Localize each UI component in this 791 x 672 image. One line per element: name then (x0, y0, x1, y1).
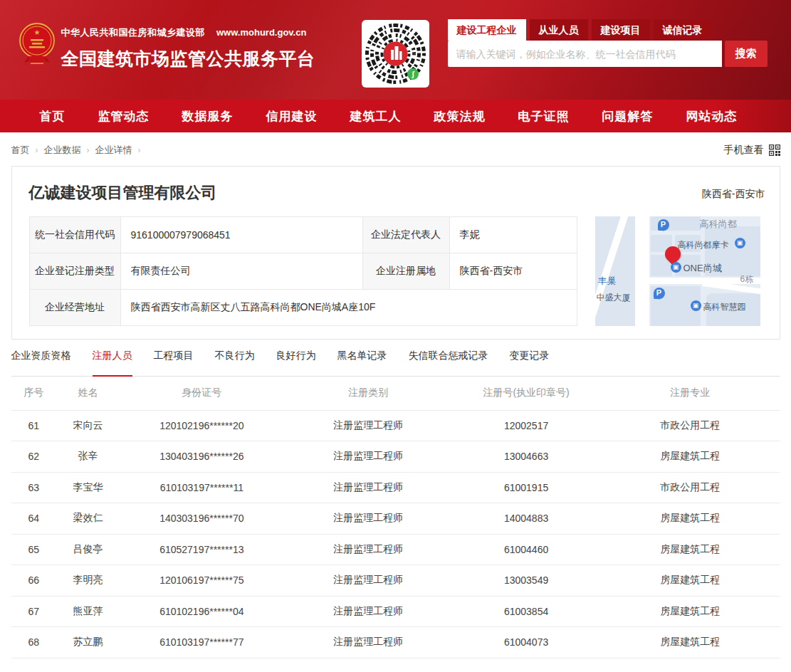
cell-reg-number: 61003854 (452, 596, 599, 627)
detail-tab[interactable]: 注册人员 (93, 350, 132, 376)
cell-reg-category: 注册监理工程师 (284, 503, 453, 535)
search-tabs: 建设工程企业从业人员建设项目诚信记录 (448, 19, 768, 41)
detail-tab[interactable]: 失信联合惩戒记录 (409, 350, 488, 376)
field-label: 企业注册属地 (362, 253, 449, 290)
svg-text:★: ★ (33, 28, 40, 36)
detail-tab[interactable]: 黑名单记录 (337, 350, 387, 376)
field-value: 陕西省西安市高新区丈八五路高科尚都ONE尚城A座10F (120, 290, 577, 326)
cell-name-link[interactable]: 李明亮 (56, 565, 120, 597)
map-label: 高科智慧园 (703, 301, 746, 313)
nav-item[interactable]: 首页 (40, 108, 66, 125)
cell-name-link[interactable]: 李宝华 (56, 472, 120, 503)
cell-id-number: 130403196******26 (120, 441, 284, 473)
cell-reg-major: 市政公用工程 (600, 472, 780, 503)
cell-id-number: 120106197******75 (120, 565, 284, 597)
breadcrumb: 首页› 企业数据› 企业详情› (11, 144, 147, 157)
header-qr-code: ʃ (362, 20, 429, 88)
field-label: 企业法定代表人 (362, 217, 449, 253)
nav-item[interactable]: 电子证照 (518, 108, 570, 125)
detail-tab[interactable]: 良好行为 (276, 350, 316, 376)
cell-name-link[interactable]: 梁效仁 (56, 503, 120, 535)
mobile-view[interactable]: 手机查看 (724, 144, 780, 157)
table-row: 65 吕俊亭 610527197******13 注册监理工程师 6100446… (11, 534, 780, 565)
search-input[interactable] (448, 41, 722, 67)
col-header: 姓名 (56, 377, 120, 410)
cell-reg-number: 61001915 (452, 472, 599, 503)
cell-reg-major: 房屋建筑工程 (600, 503, 780, 535)
company-info-table: 统一社会信用代码 916100007979068451 企业法定代表人 李妮 企… (29, 216, 577, 326)
nav-item[interactable]: 信用建设 (266, 108, 318, 125)
cell-reg-category: 注册监理工程师 (284, 565, 453, 597)
cell-seq: 61 (11, 410, 57, 441)
cell-id-number: 140303196******70 (120, 503, 284, 535)
table-row: 62 张辛 130403196******26 注册监理工程师 13004663… (11, 441, 780, 473)
cell-id-number: 610527197******13 (120, 534, 284, 565)
search-tab[interactable]: 从业人员 (530, 19, 588, 41)
detail-tab[interactable]: 工程项目 (154, 350, 194, 376)
cell-reg-category: 注册监理工程师 (284, 596, 453, 627)
company-name: 亿诚建设项目管理有限公司 (29, 182, 217, 204)
breadcrumb-company-detail: 企业详情 (95, 144, 132, 157)
table-row: 61 宋向云 120102196******20 注册监理工程师 1200251… (11, 410, 780, 441)
map-poi-icon: ▣ (735, 238, 745, 248)
field-label: 企业登记注册类型 (29, 253, 120, 290)
detail-tab[interactable]: 变更记录 (510, 350, 550, 376)
platform-title: 全国建筑市场监管公共服务平台 (61, 47, 315, 70)
breadcrumb-home[interactable]: 首页 (11, 144, 30, 157)
search-tab[interactable]: 建设项目 (592, 19, 650, 41)
map-label: 丰巢 (598, 275, 617, 288)
cell-reg-number: 13003549 (452, 565, 599, 597)
cell-reg-major: 房屋建筑工程 (600, 627, 780, 658)
company-card: 亿诚建设项目管理有限公司 陕西省-西安市 统一社会信用代码 9161000079… (11, 166, 780, 340)
field-value: 李妮 (449, 217, 577, 253)
nav-item[interactable]: 政策法规 (434, 108, 486, 125)
cell-name-link[interactable]: 张辛 (56, 441, 120, 473)
cell-id-number: 120102196******20 (120, 410, 284, 441)
cell-name-link[interactable]: 熊亚萍 (56, 596, 120, 627)
cell-id-number: 610103197******11 (120, 472, 284, 503)
people-table: 序号 姓名 身份证号 注册类别 注册号(执业印章号) 注册专业 61 宋向云 1… (11, 377, 780, 658)
cell-name-link[interactable]: 宋向云 (56, 410, 120, 441)
map-poi-icon: ▣ (691, 300, 701, 311)
nav-item[interactable]: 网站动态 (686, 108, 738, 125)
detail-tab[interactable]: 企业资质资格 (11, 350, 71, 376)
cell-reg-category: 注册监理工程师 (284, 441, 453, 473)
cell-name-link[interactable]: 吕俊亭 (56, 534, 120, 565)
cell-reg-major: 房屋建筑工程 (600, 441, 780, 473)
field-label: 企业经营地址 (29, 290, 120, 326)
company-region: 陕西省-西安市 (702, 182, 767, 201)
location-map[interactable]: 高科尚都 高科尚都摩卡 ▣ ▣ ONE尚城 6栋 丰巢 中盛大厦 ▣ 高科智慧园… (595, 216, 760, 326)
main-nav: 首页监管动态数据服务信用建设建筑工人政策法规电子证照问题解答网站动态 (0, 100, 791, 132)
col-header: 身份证号 (120, 377, 284, 410)
table-row: 67 熊亚萍 610102196******04 注册监理工程师 6100385… (11, 596, 780, 627)
cell-reg-category: 注册监理工程师 (284, 534, 453, 565)
cell-reg-category: 注册监理工程师 (284, 410, 453, 441)
qr-icon (769, 145, 780, 156)
field-value: 陕西省-西安市 (449, 253, 577, 290)
cell-reg-category: 注册监理工程师 (284, 472, 453, 503)
table-row: 64 梁效仁 140303196******70 注册监理工程师 1400488… (11, 503, 780, 535)
nav-item[interactable]: 建筑工人 (350, 108, 402, 125)
cell-seq: 62 (11, 441, 57, 473)
nav-item[interactable]: 数据服务 (182, 108, 234, 125)
nav-list: 首页监管动态数据服务信用建设建筑工人政策法规电子证照问题解答网站动态 (11, 100, 780, 132)
cell-id-number: 610102196******04 (120, 596, 284, 627)
cell-name-link[interactable]: 苏立鹏 (56, 627, 120, 658)
col-header: 注册类别 (284, 377, 453, 410)
cell-seq: 64 (11, 503, 57, 535)
search-button[interactable]: 搜索 (725, 41, 768, 67)
search-tab[interactable]: 建设工程企业 (448, 19, 526, 41)
map-parking-icon: P (658, 219, 669, 231)
detail-tabs: 企业资质资格注册人员工程项目不良行为良好行为黑名单记录失信联合惩戒记录变更记录 (11, 350, 780, 377)
cell-seq: 68 (11, 627, 57, 658)
nav-item[interactable]: 问题解答 (602, 108, 654, 125)
col-header: 注册专业 (600, 377, 780, 410)
national-emblem-logo: ★ (18, 21, 56, 75)
nav-item[interactable]: 监管动态 (98, 108, 150, 125)
map-label: 高科尚都 (700, 218, 737, 231)
ministry-name: 中华人民共和国住房和城乡建设部 (61, 27, 206, 38)
search-tab[interactable]: 诚信记录 (654, 19, 712, 41)
breadcrumb-company-data[interactable]: 企业数据 (44, 144, 81, 157)
detail-tab[interactable]: 不良行为 (215, 350, 255, 376)
cell-reg-number: 14004883 (452, 503, 599, 535)
